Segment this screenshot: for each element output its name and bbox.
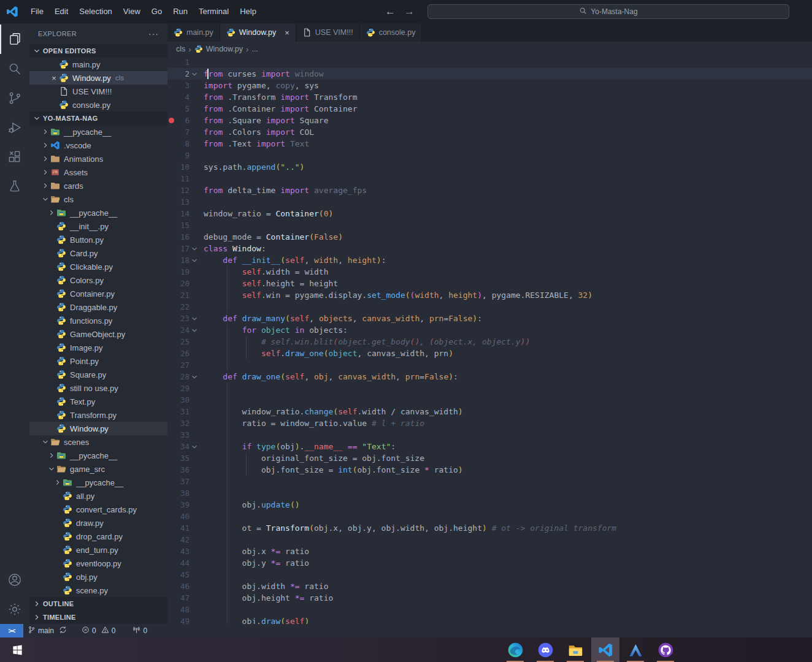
code-line-20[interactable]: 20 self.height = height	[167, 278, 812, 289]
code-line-39[interactable]: 39 obj.update()	[167, 499, 812, 511]
tree-item-draw.py[interactable]: draw.py	[29, 516, 167, 530]
section-root-folder[interactable]: YO-MASTA-NAG	[29, 112, 167, 125]
fold-chevron-icon[interactable]	[190, 326, 199, 335]
code-line-13[interactable]: 13	[167, 196, 812, 208]
tree-item-__init__.py[interactable]: __init__.py	[29, 219, 167, 233]
code-line-12[interactable]: 12from delta_time import average_fps	[167, 185, 812, 196]
menu-view[interactable]: View	[118, 0, 146, 23]
tree-item-Container.py[interactable]: Container.py	[29, 287, 167, 300]
code-line-44[interactable]: 44 obj.y *= ratio	[167, 557, 812, 569]
tree-item-cls[interactable]: cls	[29, 192, 167, 206]
tree-item-__pycache__[interactable]: __pycache__	[29, 206, 167, 219]
code-line-27[interactable]: 27	[167, 359, 812, 371]
open-editor-main.py[interactable]: main.py	[29, 58, 167, 71]
open-editor-USE VIM!!![interactable]: USE VIM!!!	[29, 85, 167, 98]
tree-item-scene.py[interactable]: scene.py	[29, 584, 167, 597]
activity-testing-icon[interactable]	[0, 172, 29, 201]
fold-chevron-icon[interactable]	[190, 245, 199, 253]
tree-item-Assets[interactable]: Assets	[29, 166, 167, 179]
code-line-46[interactable]: 46 obj.width *= ratio	[167, 580, 812, 592]
breadcrumb-item-Window.py[interactable]: Window.py	[194, 45, 243, 53]
menu-help[interactable]: Help	[234, 0, 262, 23]
code-line-45[interactable]: 45	[167, 569, 812, 580]
code-line-25[interactable]: 25 # self.win.blit(object.get_body(), (o…	[167, 336, 812, 348]
tree-item-Draggable.py[interactable]: Draggable.py	[29, 300, 167, 314]
tab-USE VIM!!![interactable]: USE VIM!!!	[296, 23, 360, 42]
back-arrow-icon[interactable]: ←	[385, 6, 396, 18]
code-line-48[interactable]: 48	[167, 604, 812, 615]
tree-item-eventloop.py[interactable]: eventloop.py	[29, 557, 167, 570]
tree-item-Button.py[interactable]: Button.py	[29, 233, 167, 246]
tree-item-Window.py[interactable]: Window.py	[29, 422, 167, 435]
tree-item-__pycache__[interactable]: __pycache__	[29, 449, 167, 462]
open-editor-Window.py[interactable]: ×Window.pycls	[29, 71, 167, 85]
tab-main.py[interactable]: main.py	[167, 23, 220, 42]
code-line-31[interactable]: 31 window_ratio.change(self.width / canv…	[167, 406, 812, 417]
fold-chevron-icon[interactable]	[190, 443, 199, 451]
code-line-29[interactable]: 29	[167, 382, 812, 394]
close-tab-icon[interactable]: ×	[285, 28, 289, 37]
tree-item-GameObject.py[interactable]: GameObject.py	[29, 327, 167, 341]
remote-indicator[interactable]: ><	[0, 624, 23, 637]
code-line-21[interactable]: 21 self.win = pygame.display.set_mode((w…	[167, 289, 812, 301]
code-line-19[interactable]: 19 self.width = width	[167, 266, 812, 278]
activity-account-icon[interactable]	[0, 565, 29, 595]
code-line-17[interactable]: 17class Window:	[167, 243, 812, 254]
close-editor-icon[interactable]: ×	[49, 74, 59, 83]
code-line-4[interactable]: 4from .Transform import Transform	[167, 91, 812, 103]
code-line-30[interactable]: 30	[167, 394, 812, 406]
tree-item-Text.py[interactable]: Text.py	[29, 395, 167, 408]
code-line-37[interactable]: 37	[167, 476, 812, 487]
breadcrumb-item-cls[interactable]: cls	[176, 45, 185, 53]
activity-run-debug-icon[interactable]	[0, 113, 29, 142]
tree-item-drop_card.py[interactable]: drop_card.py	[29, 530, 167, 543]
tree-item-game_src[interactable]: game_src	[29, 462, 167, 476]
taskbar-a-app-icon[interactable]	[621, 637, 649, 662]
tree-item-__pycache__[interactable]: __pycache__	[29, 476, 167, 489]
code-line-47[interactable]: 47 obj.height *= ratio	[167, 592, 812, 604]
code-line-32[interactable]: 32 ratio = window_ratio.value # l + rati…	[167, 417, 812, 429]
menu-run[interactable]: Run	[167, 0, 193, 23]
fold-chevron-icon[interactable]	[190, 256, 199, 265]
tree-item-__pycache__[interactable]: __pycache__	[29, 125, 167, 139]
code-line-49[interactable]: 49 obj.draw(self)	[167, 615, 812, 624]
tree-item-Image.py[interactable]: Image.py	[29, 341, 167, 354]
activity-extensions-icon[interactable]	[0, 142, 29, 172]
menu-terminal[interactable]: Terminal	[193, 0, 234, 23]
menu-file[interactable]: File	[25, 0, 49, 23]
tree-item-Point.py[interactable]: Point.py	[29, 354, 167, 368]
ports-item[interactable]: 0	[128, 624, 151, 637]
start-button[interactable]	[5, 637, 29, 662]
problems-item[interactable]: 0 0	[77, 624, 120, 637]
tree-item-obj.py[interactable]: obj.py	[29, 570, 167, 584]
tree-item-Animations[interactable]: Animations	[29, 152, 167, 166]
code-line-36[interactable]: 36 obj.font_size = int(obj.font_size * r…	[167, 464, 812, 476]
tree-item-still no use.py[interactable]: still no use.py	[29, 381, 167, 395]
code-line-43[interactable]: 43 obj.x *= ratio	[167, 546, 812, 557]
tab-console.py[interactable]: console.py	[360, 23, 423, 42]
code-line-35[interactable]: 35 original_font_size = obj.font_size	[167, 452, 812, 464]
code-line-18[interactable]: 18 def __init__(self, width, height):	[167, 254, 812, 266]
fold-chevron-icon[interactable]	[190, 373, 199, 381]
code-line-5[interactable]: 5from .Container import Container	[167, 103, 812, 115]
code-line-38[interactable]: 38	[167, 487, 812, 499]
taskbar-github-desktop-icon[interactable]	[651, 637, 680, 662]
code-line-42[interactable]: 42	[167, 534, 812, 546]
code-line-26[interactable]: 26 self.draw_one(object, canvas_width, p…	[167, 348, 812, 359]
code-line-24[interactable]: 24 for object in objects:	[167, 324, 812, 336]
fold-chevron-icon[interactable]	[190, 70, 199, 78]
activity-settings-icon[interactable]	[0, 595, 29, 624]
activity-source-control-icon[interactable]	[0, 83, 29, 113]
code-line-2[interactable]: 2from curses import window	[167, 68, 812, 80]
breakpoint-icon[interactable]	[167, 118, 175, 123]
open-editor-console.py[interactable]: console.py	[29, 98, 167, 112]
menu-go[interactable]: Go	[146, 0, 167, 23]
code-line-10[interactable]: 10sys.path.append("..")	[167, 161, 812, 173]
code-editor[interactable]: 12from curses import window3import pygam…	[167, 56, 812, 624]
code-line-41[interactable]: 41 ot = Transform(obj.x, obj.y, obj.widt…	[167, 522, 812, 534]
tree-item-functions.py[interactable]: functions.py	[29, 314, 167, 327]
tree-item-all.py[interactable]: all.py	[29, 489, 167, 503]
taskbar-vscode-icon[interactable]	[591, 637, 619, 662]
section-outline[interactable]: OUTLINE	[29, 597, 167, 611]
code-line-9[interactable]: 9	[167, 150, 812, 161]
